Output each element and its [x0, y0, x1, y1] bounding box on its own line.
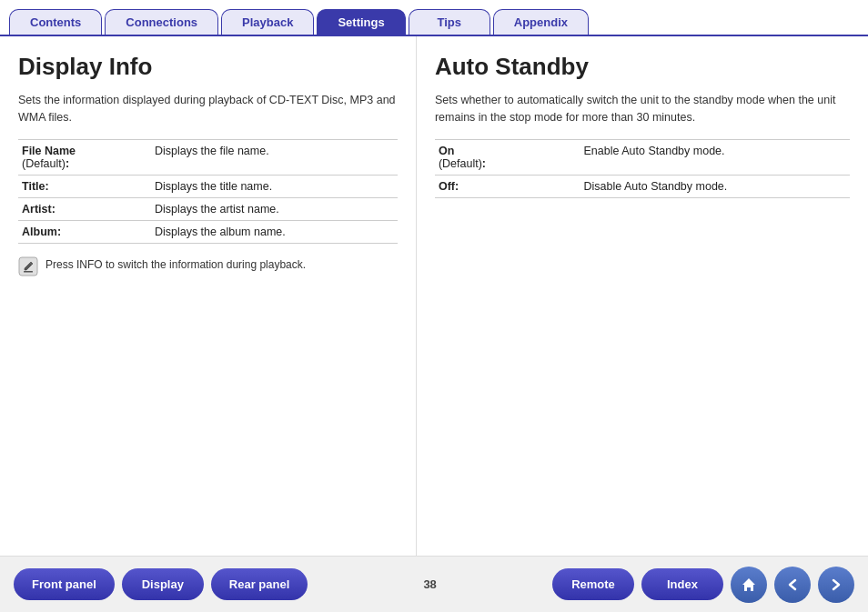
top-navigation: Contents Connections Playback Settings T… [0, 0, 868, 36]
left-panel: Display Info Sets the information displa… [0, 36, 417, 557]
tab-contents[interactable]: Contents [9, 9, 102, 35]
home-icon [741, 577, 757, 593]
table-cell-def: Enable Auto Standby mode. [580, 139, 850, 175]
remote-button[interactable]: Remote [552, 568, 634, 600]
home-button[interactable] [731, 567, 767, 603]
svg-rect-1 [24, 271, 33, 273]
table-row: Album: Displays the album name. [18, 220, 398, 243]
note-area: Press INFO to switch the information dur… [18, 256, 398, 276]
table-cell-term: On(Default): [435, 139, 580, 175]
table-cell-term: Album: [18, 220, 151, 243]
table-cell-def: Displays the file name. [151, 139, 398, 175]
table-cell-def: Displays the artist name. [151, 197, 398, 220]
back-button[interactable] [774, 567, 811, 603]
forward-button[interactable] [818, 567, 854, 603]
table-cell-def: Disable Auto Standby mode. [580, 175, 850, 197]
back-icon [786, 578, 799, 591]
tab-tips[interactable]: Tips [409, 9, 490, 35]
index-button[interactable]: Index [641, 568, 723, 600]
auto-standby-description: Sets whether to automatically switch the… [435, 92, 850, 126]
bottom-center: 38 [414, 577, 445, 591]
auto-standby-title: Auto Standby [435, 53, 850, 81]
table-row: Off: Disable Auto Standby mode. [435, 175, 850, 197]
table-cell-term: Artist: [18, 197, 151, 220]
note-text: Press INFO to switch the information dur… [45, 256, 306, 273]
table-row: File Name(Default): Displays the file na… [18, 139, 398, 175]
auto-standby-table: On(Default): Enable Auto Standby mode. O… [435, 139, 850, 198]
tab-playback[interactable]: Playback [221, 9, 314, 35]
tab-connections[interactable]: Connections [105, 9, 218, 35]
table-row: Title: Displays the title name. [18, 175, 398, 197]
table-cell-term: File Name(Default): [18, 139, 151, 175]
table-cell-term: Off: [435, 175, 580, 197]
rear-panel-button[interactable]: Rear panel [211, 568, 308, 600]
table-row: On(Default): Enable Auto Standby mode. [435, 139, 850, 175]
bottom-right-buttons: Remote Index [552, 567, 854, 603]
page-number: 38 [414, 577, 445, 591]
right-panel: Auto Standby Sets whether to automatical… [417, 36, 868, 557]
main-content: Display Info Sets the information displa… [0, 36, 868, 557]
table-cell-term: Title: [18, 175, 151, 197]
table-cell-def: Displays the album name. [151, 220, 398, 243]
table-row: Artist: Displays the artist name. [18, 197, 398, 220]
forward-icon [830, 578, 843, 591]
table-cell-def: Displays the title name. [151, 175, 398, 197]
tab-settings[interactable]: Settings [317, 9, 405, 35]
display-info-table: File Name(Default): Displays the file na… [18, 139, 398, 244]
front-panel-button[interactable]: Front panel [14, 568, 115, 600]
display-button[interactable]: Display [122, 568, 204, 600]
display-info-title: Display Info [18, 53, 398, 81]
display-info-description: Sets the information displayed during pl… [18, 92, 398, 126]
tab-appendix[interactable]: Appendix [493, 9, 589, 35]
bottom-navigation: Front panel Display Rear panel 38 Remote… [0, 556, 868, 612]
pencil-icon [18, 256, 38, 276]
bottom-left-buttons: Front panel Display Rear panel [14, 568, 308, 600]
